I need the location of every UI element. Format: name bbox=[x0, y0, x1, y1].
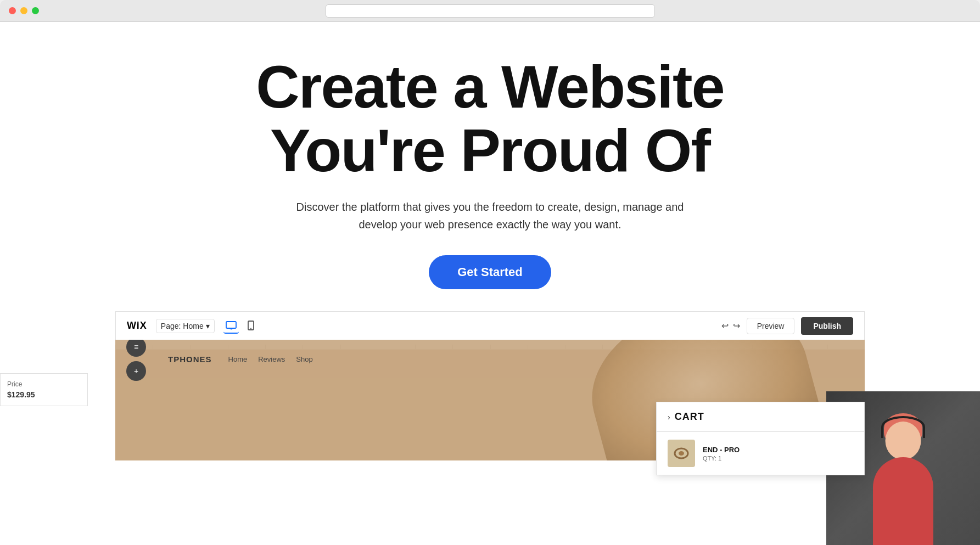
wix-logo: WiX bbox=[127, 320, 147, 332]
window-chrome bbox=[0, 0, 980, 22]
svg-point-6 bbox=[679, 451, 684, 456]
editor-toolbar: WiX Page: Home ▾ ↩ bbox=[115, 311, 865, 340]
nav-link-shop[interactable]: Shop bbox=[296, 355, 312, 363]
price-value: $129.95 bbox=[7, 390, 81, 399]
sidebar-add-icon[interactable]: + bbox=[126, 361, 146, 381]
close-button[interactable] bbox=[9, 7, 16, 14]
minimize-button[interactable] bbox=[20, 7, 27, 14]
person-body bbox=[873, 457, 933, 545]
cart-item-qty: QTY: 1 bbox=[703, 455, 853, 462]
cart-panel: › CART END - PRO QTY: 1 bbox=[656, 402, 865, 475]
nav-link-reviews[interactable]: Reviews bbox=[258, 355, 285, 363]
address-bar[interactable] bbox=[326, 4, 655, 18]
maximize-button[interactable] bbox=[32, 7, 39, 14]
publish-button[interactable]: Publish bbox=[801, 317, 853, 335]
chevron-down-icon: ▾ bbox=[206, 322, 210, 330]
cart-header: › CART bbox=[657, 402, 864, 432]
sidebar-document-icon[interactable]: ≡ bbox=[126, 340, 146, 357]
hero-title: Create a Website You're Proud Of bbox=[256, 55, 724, 182]
preview-button[interactable]: Preview bbox=[747, 318, 795, 334]
traffic-lights bbox=[9, 7, 39, 14]
hero-subtitle: Discover the platform that gives you the… bbox=[282, 198, 699, 233]
svg-rect-0 bbox=[226, 322, 236, 328]
device-switcher bbox=[223, 318, 259, 334]
page-selector[interactable]: Page: Home ▾ bbox=[156, 319, 215, 333]
cart-item-name: END - PRO bbox=[703, 446, 853, 454]
mobile-view-icon[interactable] bbox=[243, 318, 259, 334]
browser-content: Create a Website You're Proud Of Discove… bbox=[0, 22, 980, 545]
svg-point-4 bbox=[250, 328, 251, 329]
redo-button[interactable]: ↪ bbox=[733, 321, 740, 331]
get-started-button[interactable]: Get Started bbox=[429, 255, 551, 289]
cart-item-details: END - PRO QTY: 1 bbox=[703, 446, 853, 462]
canvas-nav-links: Home Reviews Shop bbox=[228, 355, 313, 363]
headphone-decoration bbox=[881, 416, 925, 438]
undo-redo-controls: ↩ ↪ bbox=[721, 321, 740, 331]
cart-item-image bbox=[668, 440, 695, 467]
price-panel: Price $129.95 bbox=[0, 373, 88, 406]
toolbar-right: ↩ ↪ Preview Publish bbox=[721, 317, 853, 335]
desktop-view-icon[interactable] bbox=[223, 318, 239, 334]
cart-title: CART bbox=[675, 411, 704, 423]
price-label: Price bbox=[7, 380, 81, 388]
canvas-brand: TPHONES bbox=[168, 355, 212, 364]
cart-item: END - PRO QTY: 1 bbox=[657, 432, 864, 475]
cart-chevron-icon[interactable]: › bbox=[668, 413, 670, 422]
nav-link-home[interactable]: Home bbox=[228, 355, 248, 363]
undo-button[interactable]: ↩ bbox=[721, 321, 729, 331]
hero-section: Create a Website You're Proud Of Discove… bbox=[0, 22, 980, 311]
